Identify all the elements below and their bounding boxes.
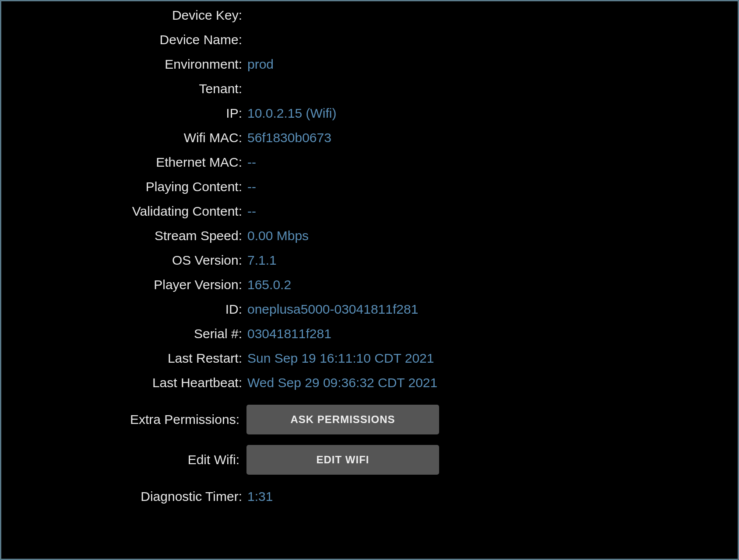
player-version-label: Player Version: <box>1 277 246 292</box>
wifi-mac-row: Wifi MAC: 56f1830b0673 <box>1 126 738 150</box>
diagnostic-timer-row: Diagnostic Timer: 1:31 <box>1 484 738 509</box>
wifi-mac-label: Wifi MAC: <box>1 130 246 145</box>
stream-speed-label: Stream Speed: <box>1 228 246 243</box>
device-name-label: Device Name: <box>1 32 246 47</box>
os-version-label: OS Version: <box>1 253 246 268</box>
validating-content-value: -- <box>246 204 256 219</box>
environment-label: Environment: <box>1 57 246 72</box>
validating-content-label: Validating Content: <box>1 204 246 219</box>
serial-label: Serial #: <box>1 326 246 341</box>
tenant-label: Tenant: <box>1 81 246 96</box>
environment-row: Environment: prod <box>1 52 738 77</box>
last-heartbeat-label: Last Heartbeat: <box>1 375 246 390</box>
tenant-row: Tenant: <box>1 77 738 101</box>
wifi-mac-value: 56f1830b0673 <box>246 130 331 145</box>
os-version-row: OS Version: 7.1.1 <box>1 248 738 273</box>
last-restart-row: Last Restart: Sun Sep 19 16:11:10 CDT 20… <box>1 346 738 371</box>
playing-content-row: Playing Content: -- <box>1 175 738 199</box>
player-version-row: Player Version: 165.0.2 <box>1 273 738 297</box>
id-row: ID: oneplusa5000-03041811f281 <box>1 297 738 322</box>
playing-content-value: -- <box>246 179 256 194</box>
ask-permissions-button[interactable]: ASK PERMISSIONS <box>246 405 439 434</box>
edit-wifi-row: Edit Wifi: EDIT WIFI <box>1 444 738 476</box>
device-key-label: Device Key: <box>1 8 246 23</box>
ethernet-mac-row: Ethernet MAC: -- <box>1 150 738 175</box>
environment-value: prod <box>246 57 274 72</box>
id-label: ID: <box>1 302 246 317</box>
ip-value: 10.0.2.15 (Wifi) <box>246 106 336 121</box>
validating-content-row: Validating Content: -- <box>1 199 738 224</box>
last-heartbeat-row: Last Heartbeat: Wed Sep 29 09:36:32 CDT … <box>1 371 738 395</box>
device-name-row: Device Name: <box>1 28 738 52</box>
ip-row: IP: 10.0.2.15 (Wifi) <box>1 101 738 126</box>
diagnostic-timer-value: 1:31 <box>246 489 273 504</box>
extra-permissions-row: Extra Permissions: ASK PERMISSIONS <box>1 404 738 435</box>
serial-value: 03041811f281 <box>246 326 331 341</box>
edit-wifi-label: Edit Wifi: <box>1 452 246 467</box>
ip-label: IP: <box>1 106 246 121</box>
ethernet-mac-label: Ethernet MAC: <box>1 155 246 170</box>
last-restart-label: Last Restart: <box>1 351 246 366</box>
device-info-panel: Device Key: Device Name: Environment: pr… <box>1 1 738 509</box>
os-version-value: 7.1.1 <box>246 253 277 268</box>
last-restart-value: Sun Sep 19 16:11:10 CDT 2021 <box>246 351 434 366</box>
diagnostic-timer-label: Diagnostic Timer: <box>1 489 246 504</box>
edit-wifi-button[interactable]: EDIT WIFI <box>246 445 439 475</box>
serial-row: Serial #: 03041811f281 <box>1 322 738 346</box>
playing-content-label: Playing Content: <box>1 179 246 194</box>
device-key-row: Device Key: <box>1 3 738 28</box>
stream-speed-value: 0.00 Mbps <box>246 228 309 243</box>
last-heartbeat-value: Wed Sep 29 09:36:32 CDT 2021 <box>246 375 437 390</box>
ethernet-mac-value: -- <box>246 155 256 170</box>
id-value: oneplusa5000-03041811f281 <box>246 302 418 317</box>
player-version-value: 165.0.2 <box>246 277 291 292</box>
stream-speed-row: Stream Speed: 0.00 Mbps <box>1 224 738 248</box>
extra-permissions-label: Extra Permissions: <box>1 412 246 427</box>
